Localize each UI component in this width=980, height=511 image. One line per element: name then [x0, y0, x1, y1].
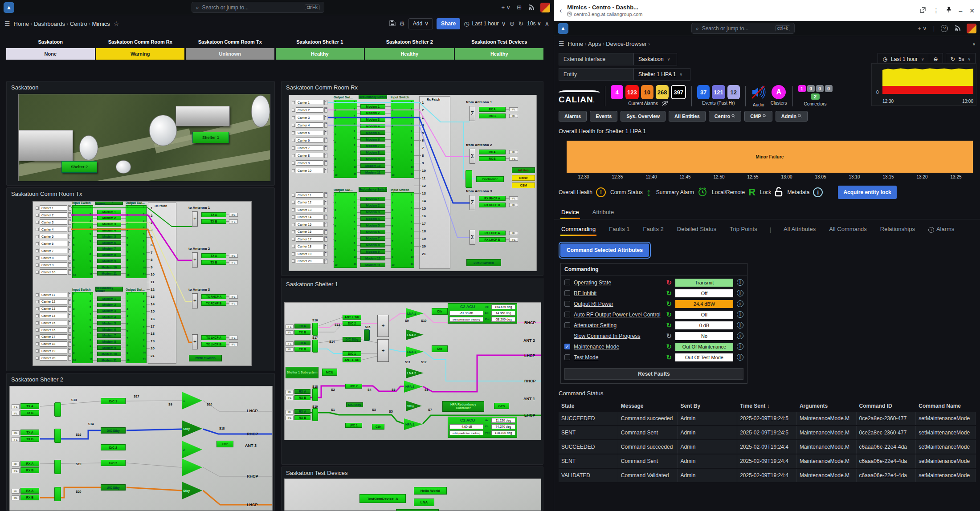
carrier-input[interactable]: Carrier 1	[40, 205, 67, 211]
modem-box[interactable]: Modem 7	[97, 333, 121, 338]
carrier-spinner[interactable]: ▴▾	[324, 153, 327, 158]
device-box[interactable]: D/C 2	[101, 444, 126, 450]
modem-box[interactable]: Modem 1	[360, 197, 385, 201]
modem-box[interactable]: Modem 8	[360, 150, 385, 155]
refresh-icon[interactable]: ↻	[666, 333, 672, 339]
carrier-input[interactable]: Carrier 4	[296, 122, 323, 128]
device-triangle[interactable]: LNA 1	[406, 308, 424, 319]
info-icon[interactable]: i	[737, 354, 743, 361]
port-box[interactable]: TX RHCP A	[201, 294, 226, 299]
device-box[interactable]	[396, 509, 439, 511]
info-icon[interactable]: i	[737, 279, 743, 286]
device-box[interactable]: RX A	[294, 409, 310, 414]
carrier-spinner[interactable]: ▴▾	[324, 138, 327, 143]
carrier-input[interactable]: Carrier 6	[296, 138, 323, 143]
device-box[interactable]: RX A	[294, 389, 310, 394]
port-box[interactable]: TX A	[201, 253, 226, 258]
device-box[interactable]: RX A	[20, 488, 39, 494]
panel-title[interactable]: Saskatoon Test Devices	[282, 467, 543, 479]
carrier-spinner[interactable]: ▴▾	[68, 348, 71, 353]
carrier-input[interactable]: Carrier 13	[40, 306, 67, 312]
shelter1-button[interactable]: Shelter 1	[192, 132, 229, 143]
save-icon[interactable]	[389, 20, 396, 28]
carrier-input[interactable]: Carrier 10	[296, 168, 323, 173]
port-box[interactable]: TX B	[201, 219, 226, 224]
device-box[interactable]: ANT 1 T/R	[343, 357, 361, 362]
attribute-value[interactable]: Out Of Maintenance	[675, 343, 733, 351]
modem-box[interactable]: Modem 8	[97, 253, 121, 257]
device-box[interactable]: U/C Stby	[346, 402, 363, 407]
carrier-input[interactable]: Carrier 12	[296, 200, 323, 205]
carrier-spinner[interactable]: ▴▾	[68, 327, 71, 333]
carrier-input[interactable]: Carrier 15	[296, 222, 323, 227]
carrier-spinner[interactable]: ▴▾	[68, 306, 71, 312]
carrier-input[interactable]: Carrier 11	[40, 292, 67, 297]
device-triangle[interactable]: HPA 2	[404, 381, 423, 393]
carrier-checkbox[interactable]	[292, 245, 295, 248]
carrier-input[interactable]: Carrier 3	[296, 115, 323, 120]
status-cell[interactable]: Healthy	[455, 48, 544, 60]
device-triangle[interactable]: Stby	[182, 420, 202, 437]
modem-box[interactable]: Modem 11	[97, 271, 121, 276]
combiner-box[interactable]: Σ	[470, 195, 475, 210]
device-box[interactable]: Ctlr	[432, 308, 448, 315]
carrier-input[interactable]: Carrier 16	[296, 229, 323, 235]
carrier-spinner[interactable]: ▴▾	[324, 130, 327, 135]
info-icon[interactable]: i	[737, 343, 743, 350]
device-triangle[interactable]: LNA 2	[406, 368, 424, 378]
menu-icon[interactable]: ☰	[559, 40, 564, 47]
modem-box[interactable]: Modem 5	[97, 321, 121, 325]
carrier-input[interactable]: Carrier 8	[40, 255, 67, 260]
carrier-spinner[interactable]: ▴▾	[324, 100, 327, 105]
attribute-value[interactable]: Transmit	[675, 279, 733, 287]
modem-box[interactable]: Modem 8	[97, 340, 121, 344]
carrier-input[interactable]: Carrier 15	[40, 320, 67, 325]
modem-box[interactable]: Modem 3	[97, 309, 121, 313]
nav-button-sys-overview[interactable]: Sys. Overview	[621, 111, 666, 122]
carrier-checkbox[interactable]	[36, 321, 39, 324]
modem-box[interactable]: Modem 2	[97, 216, 121, 220]
rss-icon[interactable]	[528, 4, 534, 11]
device-box[interactable]: TX A	[294, 341, 310, 345]
carrier-checkbox[interactable]	[36, 214, 39, 217]
pin-icon[interactable]	[946, 7, 951, 14]
carrier-checkbox[interactable]	[292, 194, 295, 197]
attribute-checkbox[interactable]	[564, 354, 570, 360]
carrier-input[interactable]: Carrier 17	[40, 334, 67, 340]
carrier-checkbox[interactable]	[292, 260, 295, 263]
carrier-spinner[interactable]: ▴▾	[68, 355, 71, 361]
carrier-spinner[interactable]: ▴▾	[68, 227, 71, 232]
nav-button-events[interactable]: Events	[590, 111, 617, 122]
carrier-spinner[interactable]: ▴▾	[68, 313, 71, 318]
user-avatar[interactable]	[540, 3, 550, 12]
device-box[interactable]: D/C 1	[343, 351, 361, 356]
carrier-input[interactable]: Carrier 12	[40, 299, 67, 304]
port-box[interactable]: TX A	[201, 212, 226, 217]
port-box[interactable]: RX RHCP A	[479, 196, 506, 201]
event-count-badge[interactable]: 12	[727, 85, 740, 99]
carrier-spinner[interactable]: ▴▾	[324, 192, 327, 198]
event-count-badge[interactable]: 37	[697, 85, 710, 99]
attribute-checkbox[interactable]	[564, 322, 570, 328]
attribute-link[interactable]: Auto RF Output Power Level Control	[574, 312, 661, 318]
info-icon[interactable]: i	[737, 290, 743, 296]
device-box[interactable]: D/C Stby	[343, 337, 361, 342]
breadcrumb-item[interactable]: Apps	[588, 41, 601, 47]
more-menu-icon[interactable]: ⋮	[933, 7, 939, 14]
carrier-spinner[interactable]: ▴▾	[68, 255, 71, 260]
carrier-spinner[interactable]: ▴▾	[68, 262, 71, 268]
carrier-checkbox[interactable]	[36, 249, 39, 252]
device-box[interactable]: TestGemDevice_A	[359, 494, 406, 503]
modem-box[interactable]: Modem 8	[360, 243, 385, 247]
carrier-checkbox[interactable]	[36, 342, 39, 345]
favorite-star-icon[interactable]: ☆	[114, 20, 119, 27]
add-button[interactable]: Add ∨	[408, 18, 433, 29]
modem-box[interactable]: Modem 10	[97, 265, 121, 269]
carrier-checkbox[interactable]	[292, 252, 295, 256]
carrier-checkbox[interactable]	[292, 116, 295, 119]
modem-box[interactable]: Modem 11	[97, 358, 121, 362]
device-box[interactable]: TX B	[294, 330, 310, 335]
device-box[interactable]: GPS	[494, 403, 509, 409]
refresh-icon[interactable]: ↻	[519, 20, 524, 27]
carrier-spinner[interactable]: ▴▾	[68, 241, 71, 246]
